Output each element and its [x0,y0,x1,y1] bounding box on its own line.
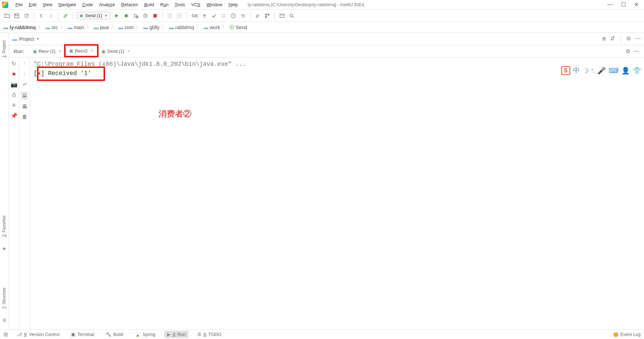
svg-point-13 [290,14,293,17]
coverage-icon[interactable] [132,12,140,20]
open-icon[interactable] [3,12,11,20]
svg-rect-6 [177,14,182,15]
git-commit-icon[interactable] [210,12,218,20]
menu-analyze[interactable]: Analyze [96,1,118,8]
stop-icon[interactable]: ■ [12,71,16,77]
menu-edit[interactable]: Edit [26,1,39,8]
layout-icon[interactable] [166,12,174,20]
close-icon[interactable]: × [127,49,130,54]
sidebar-project[interactable]: 1: Project [2,40,7,58]
ime-skin-icon[interactable]: 👕 [633,66,641,75]
git-update-icon[interactable] [201,12,208,20]
structure-icon[interactable] [264,12,271,20]
scroll-icon[interactable]: ⇊ [21,92,28,99]
gear-icon[interactable]: ⚙ [625,48,630,55]
down-icon[interactable]: ↓ [23,71,26,77]
run-config-selector[interactable]: ▣ Send (1) ▼ [77,12,111,20]
run-tab-send1[interactable]: ▣ Send (1) × [97,45,134,57]
print-icon[interactable]: 🖶 [22,104,27,110]
window-icon[interactable] [278,12,286,20]
event-log[interactable]: Event Log [620,332,641,337]
crumb-rabbitmq[interactable]: ▬rabbitmq [169,25,194,30]
run-tab-icon: ▣ [69,48,73,53]
bb-build[interactable]: 🔨Build [103,331,126,338]
gear-icon[interactable]: ⚙ [626,35,631,43]
hide-icon[interactable]: — [635,35,641,43]
run-tab-recv1[interactable]: ▣ Recv (1) × [29,45,65,57]
rerun-icon[interactable]: ↻ [12,60,16,67]
sidebar-structure[interactable]: 7: Structure [2,288,7,309]
wrap-icon[interactable]: ⤶ [22,81,27,87]
menu-navigate[interactable]: Navigate [55,1,79,8]
crumb-main[interactable]: ▬main [68,25,84,30]
svg-rect-7 [177,16,182,18]
ime-punct-icon[interactable]: °, [592,68,595,73]
refresh-icon[interactable] [23,12,30,20]
bb-terminal[interactable]: ▣Terminal [68,331,97,338]
bb-run[interactable]: ▶4: Run [164,331,188,338]
up-icon[interactable]: ↑ [23,60,26,66]
menu-refactor[interactable]: Refactor [118,1,141,8]
git-compare-icon[interactable] [220,12,227,20]
console-line-2: [x] Received '1' [34,69,641,78]
ime-lang-icon[interactable]: 中 [573,66,580,75]
menu-vcs[interactable]: VCS [188,1,203,8]
menu-tools[interactable]: Tools [172,1,188,8]
crumb-work[interactable]: ▬work [203,25,220,30]
menu-help[interactable]: Help [225,1,241,8]
layout-icon[interactable]: ≡ [12,102,15,108]
ime-mic-icon[interactable]: 🎤 [597,66,606,75]
ime-moon-icon[interactable]: ☽ [583,66,589,75]
minimize-button[interactable]: — [607,1,613,8]
settings-icon[interactable] [254,12,261,20]
run-icon[interactable] [113,12,120,20]
crumb-com[interactable]: ▬com [118,25,133,30]
event-badge: ! [613,332,618,337]
pin-icon[interactable]: 📌 [11,112,17,119]
console-output[interactable]: "C:\Program Files (x86)\Java\jdk1.8.0_20… [30,58,644,329]
menu-file[interactable]: File [12,1,26,8]
close-icon[interactable]: × [59,49,61,54]
bottom-toggle-icon[interactable]: ⊞ [3,331,8,338]
hide-icon[interactable]: — [634,48,639,55]
close-icon[interactable]: × [91,48,93,53]
crumb-java[interactable]: ▬java [94,25,109,30]
menu-view[interactable]: View [39,1,55,8]
project-panel-label[interactable]: ▬ Project ▼ [12,36,39,42]
maximize-button[interactable]: ☐ [621,1,626,8]
crumb-root[interactable]: ▬ly-rabbitmq [3,25,36,30]
crumb-send[interactable]: ⓒSend [230,24,247,31]
camera-icon[interactable]: 📷 [11,81,17,88]
stop-icon[interactable] [151,12,159,20]
ime-user-icon[interactable]: 👤 [621,66,630,75]
profile-icon[interactable] [142,12,149,20]
git-revert-icon[interactable] [239,12,247,20]
back-icon[interactable] [37,12,45,20]
save-icon[interactable] [13,12,21,20]
menu-window[interactable]: Window [203,1,225,8]
debug-icon[interactable] [122,12,130,20]
forward-icon[interactable] [47,12,55,20]
menu-code[interactable]: Code [79,1,96,8]
crumb-gblfy[interactable]: ▬gblfy [143,25,160,30]
expand-icon[interactable]: ⇵ [610,35,615,43]
target-icon[interactable]: ⊕ [602,35,606,43]
bb-todo[interactable]: ☰6: TODO [195,331,224,338]
search-icon[interactable] [288,12,295,20]
sidebar-favorites[interactable]: 2: Favorites [2,216,7,237]
exit-icon[interactable]: ⎙ [12,92,16,98]
window-title: ly-rabbitmq [C:\Users\ly\Desktop\ly-rabb… [248,2,364,7]
build-icon[interactable] [62,12,69,20]
git-history-icon[interactable] [230,12,237,20]
trash-icon[interactable]: 🗑 [22,114,27,120]
bb-version-control[interactable]: ⎇9: Version Control [14,331,62,338]
layout2-icon[interactable] [176,12,183,20]
run-tab-recv2[interactable]: ▣ Recv2 × [65,45,97,57]
crumb-src[interactable]: ▬src [45,25,58,30]
bb-spring[interactable]: 🍃Spring [132,331,158,338]
menu-build[interactable]: Build [141,1,157,8]
menu-run[interactable]: Run [157,1,172,8]
close-button[interactable]: ✕ [634,1,639,8]
ime-sogou-icon[interactable]: S [561,66,570,75]
ime-keyboard-icon[interactable]: ⌨ [609,66,619,75]
